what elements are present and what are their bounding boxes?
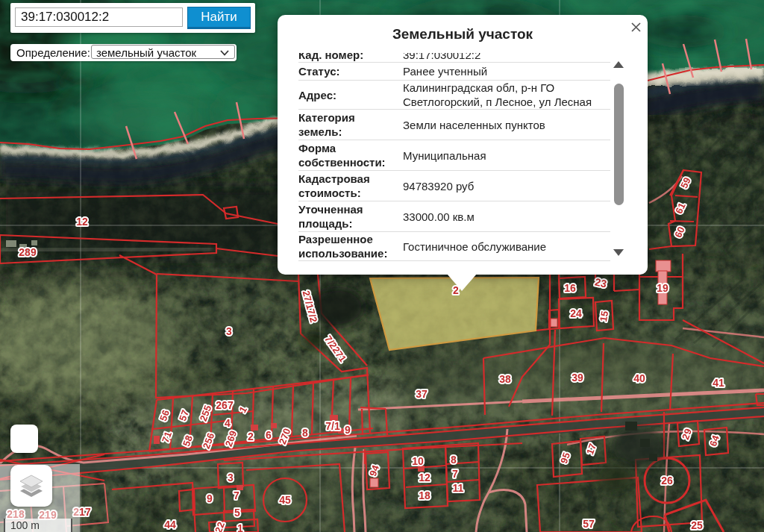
svg-text:26: 26 xyxy=(661,475,673,486)
svg-text:9: 9 xyxy=(207,492,213,504)
svg-text:1: 1 xyxy=(237,522,243,532)
svg-text:7: 7 xyxy=(234,489,239,501)
svg-text:16: 16 xyxy=(564,282,576,294)
svg-text:2: 2 xyxy=(248,431,254,442)
svg-text:8: 8 xyxy=(302,427,308,439)
svg-text:3: 3 xyxy=(228,472,234,484)
svg-text:24: 24 xyxy=(570,307,582,319)
svg-text:37: 37 xyxy=(416,388,428,400)
svg-text:12: 12 xyxy=(419,472,430,484)
svg-text:3: 3 xyxy=(226,325,232,337)
svg-text:40: 40 xyxy=(633,372,645,384)
svg-text:25: 25 xyxy=(691,519,703,531)
svg-text:267: 267 xyxy=(216,399,234,411)
svg-text:289: 289 xyxy=(19,246,37,258)
svg-text:7: 7 xyxy=(452,468,458,480)
svg-text:5: 5 xyxy=(234,507,240,519)
svg-text:11: 11 xyxy=(453,482,464,494)
svg-text:9: 9 xyxy=(345,424,351,436)
svg-text:8: 8 xyxy=(451,454,457,466)
svg-text:41: 41 xyxy=(713,377,724,389)
svg-text:15: 15 xyxy=(598,310,610,322)
svg-text:44: 44 xyxy=(164,519,176,531)
svg-text:18: 18 xyxy=(419,489,430,501)
svg-text:6: 6 xyxy=(266,429,272,441)
svg-text:10: 10 xyxy=(412,455,424,467)
svg-text:19: 19 xyxy=(657,282,668,294)
svg-text:45: 45 xyxy=(279,494,291,506)
svg-text:38: 38 xyxy=(499,373,511,385)
svg-text:12: 12 xyxy=(76,216,88,228)
svg-text:4: 4 xyxy=(225,417,231,429)
svg-text:39: 39 xyxy=(572,372,583,384)
svg-text:57: 57 xyxy=(583,518,595,530)
svg-text:7/1: 7/1 xyxy=(325,420,340,432)
